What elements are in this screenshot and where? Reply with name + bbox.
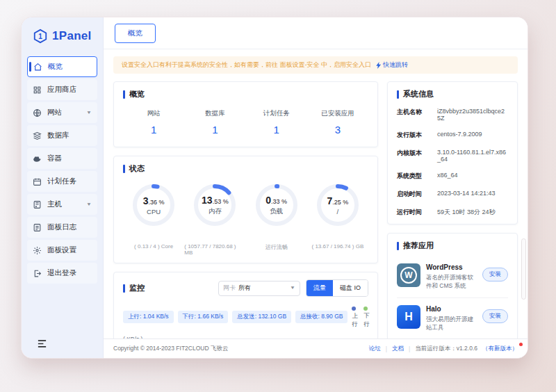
sidebar: 1 1Panel 概览 应用商店 网站 ▼ 数据库 xyxy=(22,17,104,358)
stat-websites: 网站 1 xyxy=(123,109,184,136)
sidebar-menu: 概览 应用商店 网站 ▼ 数据库 容器 计划任务 xyxy=(22,54,103,286)
up-dot-icon xyxy=(352,307,356,311)
svg-text:1: 1 xyxy=(38,33,42,40)
gauge-disk-detail: ( 13.67 / 196.74 ) GB xyxy=(312,243,364,250)
app-row-halo: H Halo 强大易用的开源建站工具 安装 xyxy=(397,298,508,338)
docs-link[interactable]: 文档 xyxy=(392,345,404,353)
row-boot-time: 启动时间 2023-03-14 14:21:43 xyxy=(397,190,508,199)
appstore-icon xyxy=(33,85,42,95)
app-window: 1 1Panel 概览 应用商店 网站 ▼ 数据库 xyxy=(21,17,528,359)
row-kernel: 内核版本 3.10.0-1160.81.1.el7.x86_64 xyxy=(397,149,508,163)
main-area: 概览 设置安全入口有利于提高系统的安全性，如有需要，前往 面板设置-安全 中，启… xyxy=(104,17,528,358)
halo-logo-icon: H xyxy=(397,305,420,329)
quick-jump-link[interactable]: 快速跳转 xyxy=(376,60,408,70)
new-version-link[interactable]: （有新版本） xyxy=(482,345,518,353)
legend-down[interactable]: 下行 xyxy=(363,305,370,329)
recommended-apps-title: 推荐应用 xyxy=(397,240,508,251)
network-card-select[interactable]: 网卡 所有 ▼ xyxy=(218,281,300,296)
cron-icon xyxy=(33,177,42,186)
overview-card-title: 概览 xyxy=(123,89,368,99)
disk-io-button[interactable]: 磁盘 IO xyxy=(333,280,368,296)
logout-icon xyxy=(33,269,42,278)
gauge-memory-detail: ( 1057.77 / 7820.68 ) MB xyxy=(184,243,245,256)
stat-cronjobs-value[interactable]: 1 xyxy=(246,124,307,136)
legend-up[interactable]: 上行 xyxy=(352,305,358,329)
copyright-text: Copyright © 2014-2023 FIT2CLOUD 飞致云 xyxy=(113,345,228,353)
app-row-wordpress: W WordPress 著名的开源博客软件和 CMS 系统 安装 xyxy=(397,256,508,298)
website-icon xyxy=(33,108,42,117)
row-uptime: 运行时间 59天 10时 38分 24秒 xyxy=(397,208,508,217)
scrollbar-thumb[interactable] xyxy=(521,238,526,300)
sidebar-item-overview[interactable]: 概览 xyxy=(27,56,97,77)
settings-icon xyxy=(33,246,42,255)
sidebar-item-logout[interactable]: 退出登录 xyxy=(27,263,97,284)
stat-websites-value[interactable]: 1 xyxy=(123,124,184,136)
footer: Copyright © 2014-2023 FIT2CLOUD 飞致云 论坛 |… xyxy=(104,338,528,358)
sidebar-item-label: 主机 xyxy=(47,199,62,209)
logo: 1 1Panel xyxy=(22,17,103,54)
monitor-card: 监控 网卡 所有 ▼ 流量 磁盘 IO xyxy=(113,272,378,338)
sidebar-item-container[interactable]: 容器 xyxy=(27,148,97,169)
1panel-logo-icon: 1 xyxy=(33,28,48,44)
sidebar-item-host[interactable]: 主机 ▼ xyxy=(27,194,97,215)
stat-installed-apps: 已安装应用 3 xyxy=(307,109,368,136)
tab-overview[interactable]: 概览 xyxy=(115,24,156,43)
download-rate-badge: 下行: 1.66 KB/s xyxy=(178,311,229,323)
wordpress-logo-icon: W xyxy=(397,263,420,287)
host-icon xyxy=(33,200,42,209)
total-sent-badge: 总发送: 132.10 GB xyxy=(232,311,291,323)
sidebar-item-panel-settings[interactable]: 面板设置 xyxy=(27,240,97,261)
install-halo-button[interactable]: 安装 xyxy=(482,309,508,323)
gauge-memory: 13.53 % 内存 ( 1057.77 / 7820.68 ) MB xyxy=(184,182,245,256)
sidebar-item-label: 数据库 xyxy=(47,131,70,140)
install-wordpress-button[interactable]: 安装 xyxy=(482,268,508,281)
status-card-title: 状态 xyxy=(123,163,368,174)
monitor-badges: 上行: 1.04 KB/s 下行: 1.66 KB/s 总发送: 132.10 … xyxy=(123,305,368,329)
stat-installed-apps-value[interactable]: 3 xyxy=(307,124,368,136)
system-info-title: 系统信息 xyxy=(397,89,508,99)
chevron-down-icon: ▼ xyxy=(290,286,295,291)
stat-databases-value[interactable]: 1 xyxy=(184,124,245,136)
database-icon xyxy=(33,131,42,140)
gauge-cpu: 3.36 % CPU ( 0.13 / 4 ) Core xyxy=(123,182,184,256)
sidebar-item-label: 面板日志 xyxy=(47,222,76,232)
gauge-cpu-detail: ( 0.13 / 4 ) Core xyxy=(134,243,173,250)
sidebar-item-database[interactable]: 数据库 xyxy=(27,125,97,146)
log-icon xyxy=(33,223,42,232)
sidebar-item-cronjob[interactable]: 计划任务 xyxy=(27,171,97,192)
chevron-down-icon: ▼ xyxy=(86,110,92,115)
sidebar-item-website[interactable]: 网站 ▼ xyxy=(27,102,97,123)
sidebar-item-label: 应用商店 xyxy=(47,85,76,95)
banner-text: 设置安全入口有利于提高系统的安全性，如有需要，前往 面板设置-安全 中，启用安全… xyxy=(122,60,371,70)
sidebar-item-label: 概览 xyxy=(48,62,63,72)
logo-text: 1Panel xyxy=(52,29,92,43)
lightning-icon xyxy=(376,62,382,69)
tab-bar: 概览 xyxy=(104,17,528,49)
home-icon xyxy=(33,63,42,72)
traffic-button[interactable]: 流量 xyxy=(306,280,333,296)
content: 设置安全入口有利于提高系统的安全性，如有需要，前往 面板设置-安全 中，启用安全… xyxy=(104,50,528,338)
upload-rate-badge: 上行: 1.04 KB/s xyxy=(123,311,174,323)
stat-cronjobs: 计划任务 1 xyxy=(246,109,307,136)
container-icon xyxy=(33,154,42,163)
stat-databases: 数据库 1 xyxy=(184,109,245,136)
sidebar-collapse-button[interactable] xyxy=(37,338,47,351)
sidebar-item-appstore[interactable]: 应用商店 xyxy=(27,79,97,100)
system-info-card: 系统信息 主机名称 iZ8vbbyz2u3851clbqce25Z 发行版本 c… xyxy=(387,81,518,224)
total-received-badge: 总接收: 8.90 GB xyxy=(295,311,348,323)
chevron-down-icon: ▼ xyxy=(86,202,92,206)
chart-legend: 上行 下行 xyxy=(352,305,370,329)
gauge-load-detail: 运行流畅 xyxy=(265,243,288,251)
forum-link[interactable]: 论坛 xyxy=(369,345,381,353)
status-gauges: 3.36 % CPU ( 0.13 / 4 ) Core xyxy=(123,182,368,256)
system-info-rows: 主机名称 iZ8vbbyz2u3851clbqce25Z 发行版本 centos… xyxy=(397,108,508,217)
down-dot-icon xyxy=(363,307,368,311)
version-text: 当前运行版本：v1.2.0.6 xyxy=(415,345,477,353)
security-warning-banner: 设置安全入口有利于提高系统的安全性，如有需要，前往 面板设置-安全 中，启用安全… xyxy=(113,56,518,74)
row-arch: 系统类型 x86_64 xyxy=(397,172,508,181)
gauge-load: 0.33 % 负载 运行流畅 xyxy=(246,182,307,256)
sidebar-item-panel-log[interactable]: 面板日志 xyxy=(27,217,97,238)
sidebar-item-label: 退出登录 xyxy=(47,268,76,278)
sidebar-item-label: 容器 xyxy=(47,154,62,163)
sidebar-item-label: 面板设置 xyxy=(47,245,76,255)
